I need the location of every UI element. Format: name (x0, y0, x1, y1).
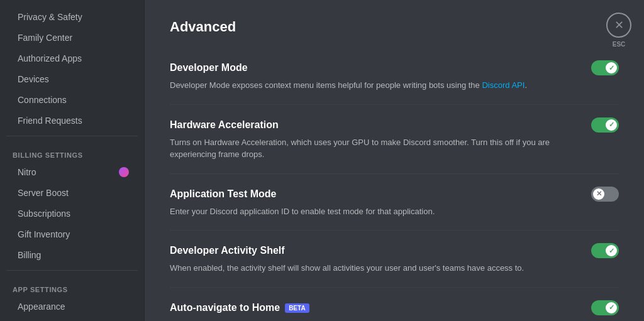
close-button[interactable]: ✕ ESC (606, 13, 631, 38)
setting-header-4: Auto-navigate to HomeBETA✓ (170, 300, 619, 315)
sidebar-item-friend-requests[interactable]: Friend Requests (5, 111, 139, 131)
toggle-knob-2: ✕ (593, 188, 604, 200)
sidebar-item-subscriptions[interactable]: Subscriptions (5, 204, 139, 224)
setting-link-0[interactable]: Discord API (482, 80, 525, 90)
setting-header-3: Developer Activity Shelf✓ (170, 243, 619, 258)
setting-name-3: Developer Activity Shelf (170, 245, 285, 256)
setting-desc-4: For community servers with Home enabled,… (170, 319, 552, 322)
setting-name-1: Hardware Acceleration (170, 119, 279, 131)
setting-desc-3: When enabled, the activity shelf will sh… (170, 262, 552, 275)
sidebar-item-accessibility[interactable]: Accessibility (5, 317, 139, 321)
sidebar-divider-2 (6, 270, 138, 271)
toggle-4[interactable]: ✓ (591, 300, 619, 315)
toggle-0[interactable]: ✓ (591, 60, 619, 75)
toggle-2[interactable]: ✕ (591, 187, 619, 202)
sidebar: Privacy & SafetyFamily CenterAuthorized … (0, 0, 145, 321)
sidebar-item-gift-inventory[interactable]: Gift Inventory (5, 224, 139, 244)
setting-desc-1: Turns on Hardware Acceleration, which us… (170, 136, 552, 161)
sidebar-item-privacy--safety[interactable]: Privacy & Safety (5, 7, 139, 27)
sidebar-divider (6, 136, 138, 136)
main-content: Advanced Developer Mode✓Developer Mode e… (145, 0, 644, 321)
setting-row-4: Auto-navigate to HomeBETA✓For community … (170, 288, 619, 322)
nitro-badge (119, 167, 129, 177)
setting-desc-2: Enter your Discord application ID to ena… (170, 205, 552, 218)
sidebar-item-authorized-apps[interactable]: Authorized Apps (5, 48, 139, 68)
toggle-3[interactable]: ✓ (591, 243, 619, 258)
toggle-knob-1: ✓ (606, 119, 617, 131)
toggle-knob-4: ✓ (606, 302, 617, 313)
setting-header-1: Hardware Acceleration✓ (170, 117, 619, 133)
page-title: Advanced (170, 19, 619, 35)
setting-row-1: Hardware Acceleration✓Turns on Hardware … (170, 105, 619, 174)
setting-header-0: Developer Mode✓ (170, 60, 619, 75)
setting-desc-0: Developer Mode exposes context menu item… (170, 79, 552, 92)
setting-name-2: Application Test Mode (170, 188, 276, 200)
toggle-1[interactable]: ✓ (591, 117, 619, 133)
setting-row-2: Application Test Mode✕Enter your Discord… (170, 174, 619, 231)
setting-header-2: Application Test Mode✕ (170, 187, 619, 202)
sidebar-item-nitro[interactable]: Nitro (5, 162, 139, 182)
setting-name-0: Developer Mode (170, 62, 248, 73)
esc-label: ESC (613, 41, 626, 48)
sidebar-item-devices[interactable]: Devices (5, 69, 139, 89)
sidebar-item-appearance[interactable]: Appearance (5, 297, 139, 317)
billing-section-label: BILLING SETTINGS (0, 141, 144, 161)
setting-row-3: Developer Activity Shelf✓When enabled, t… (170, 231, 619, 288)
sidebar-item-billing[interactable]: Billing (5, 245, 139, 265)
sidebar-item-connections[interactable]: Connections (5, 90, 139, 110)
close-icon: ✕ (614, 19, 624, 31)
app-section-label: APP SETTINGS (0, 276, 144, 296)
setting-row-0: Developer Mode✓Developer Mode exposes co… (170, 48, 619, 105)
setting-name-4: Auto-navigate to HomeBETA (170, 302, 309, 313)
toggle-knob-3: ✓ (606, 245, 617, 256)
beta-badge-4: BETA (285, 303, 309, 313)
sidebar-item-family-center[interactable]: Family Center (5, 28, 139, 48)
sidebar-item-server-boost[interactable]: Server Boost (5, 183, 139, 203)
toggle-knob-0: ✓ (606, 62, 617, 73)
